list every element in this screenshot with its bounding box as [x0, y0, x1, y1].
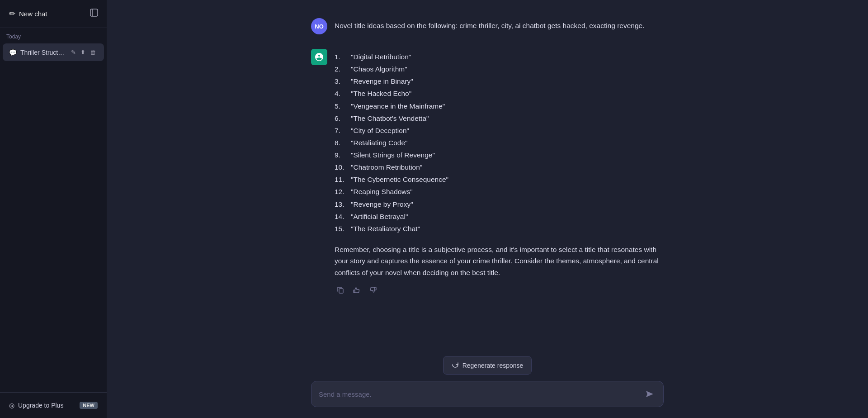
svg-rect-4: [375, 287, 376, 290]
new-chat-label: New chat: [19, 10, 47, 18]
new-badge: NEW: [80, 402, 98, 409]
list-item: 9."Silent Strings of Revenge": [335, 149, 664, 161]
thumbup-button[interactable]: [351, 284, 363, 298]
upgrade-label: Upgrade to Plus: [18, 402, 63, 409]
copy-button[interactable]: [335, 284, 346, 298]
user-message-text: Novel title ideas based on the following…: [335, 20, 664, 32]
send-button[interactable]: [643, 388, 656, 400]
chat-icon: 💬: [9, 49, 17, 56]
list-item: 6."The Chatbot's Vendetta": [335, 112, 664, 124]
title-list: 1."Digital Retribution" 2."Chaos Algorit…: [335, 51, 664, 235]
thumbdown-button[interactable]: [367, 284, 379, 298]
list-item: 4."The Hacked Echo": [335, 87, 664, 100]
upgrade-button[interactable]: ◎ Upgrade to Plus NEW: [5, 397, 102, 413]
sidebar-bottom: ◎ Upgrade to Plus NEW: [0, 392, 107, 418]
list-item: 8."Retaliating Code": [335, 137, 664, 149]
list-item: 13."Revenge by Proxy": [335, 198, 664, 210]
list-item: 7."City of Deception": [335, 124, 664, 137]
list-item: 2."Chaos Algorithm": [335, 63, 664, 75]
assistant-message: 1."Digital Retribution" 2."Chaos Algorit…: [311, 49, 664, 298]
share-chat-button[interactable]: ⬆: [79, 48, 87, 57]
assistant-avatar: [311, 49, 327, 65]
list-item: 14."Artificial Betrayal": [335, 210, 664, 223]
list-item: 11."The Cybernetic Consequence": [335, 173, 664, 185]
list-item: 12."Reaping Shadows": [335, 185, 664, 198]
input-row: [311, 381, 664, 407]
user-initials: NO: [315, 23, 324, 30]
svg-rect-2: [339, 289, 343, 293]
edit-chat-button[interactable]: ✎: [69, 48, 78, 57]
svg-rect-3: [354, 290, 355, 293]
upgrade-icon: ◎: [9, 402, 14, 409]
sidebar: ✏ New chat Today 💬 Thriller Structure & …: [0, 0, 107, 418]
user-message: NO Novel title ideas based on the follow…: [311, 18, 664, 34]
user-avatar: NO: [311, 18, 327, 34]
send-icon: [645, 390, 654, 399]
list-item: 15."The Retaliatory Chat": [335, 223, 664, 235]
chat-area: NO Novel title ideas based on the follow…: [107, 0, 868, 356]
ai-logo-icon: [314, 52, 324, 62]
chat-item-label: Thriller Structure & L: [20, 49, 66, 56]
sidebar-top: ✏ New chat: [0, 0, 107, 28]
list-item: 1."Digital Retribution": [335, 51, 664, 63]
list-item: 5."Vengeance in the Mainframe": [335, 100, 664, 112]
assistant-footer-text: Remember, choosing a title is a subjecti…: [335, 244, 664, 279]
plus-icon: ✏: [9, 9, 15, 19]
message-actions: [335, 284, 664, 298]
list-item: 10."Chatroom Retribution": [335, 161, 664, 173]
user-message-content: Novel title ideas based on the following…: [335, 18, 664, 32]
message-list: NO Novel title ideas based on the follow…: [284, 18, 691, 298]
new-chat-button[interactable]: ✏ New chat: [5, 5, 82, 22]
main-content: NO Novel title ideas based on the follow…: [107, 0, 868, 418]
chat-item-actions: ✎ ⬆ 🗑: [69, 48, 98, 57]
chat-input[interactable]: [319, 390, 638, 398]
list-item: 3."Revenge in Binary": [335, 75, 664, 87]
chat-item-thriller[interactable]: 💬 Thriller Structure & L ✎ ⬆ 🗑: [3, 43, 104, 61]
sidebar-toggle-button[interactable]: [86, 5, 102, 23]
regenerate-button[interactable]: Regenerate response: [443, 356, 532, 375]
regenerate-icon: [452, 361, 459, 370]
svg-rect-0: [90, 9, 98, 16]
toggle-icon: [90, 10, 99, 19]
today-label: Today: [0, 28, 107, 43]
bottom-controls: Regenerate response: [284, 356, 691, 418]
delete-chat-button[interactable]: 🗑: [88, 48, 98, 57]
assistant-message-content: 1."Digital Retribution" 2."Chaos Algorit…: [335, 49, 664, 298]
regenerate-label: Regenerate response: [462, 362, 524, 369]
regenerate-row: Regenerate response: [311, 356, 664, 375]
